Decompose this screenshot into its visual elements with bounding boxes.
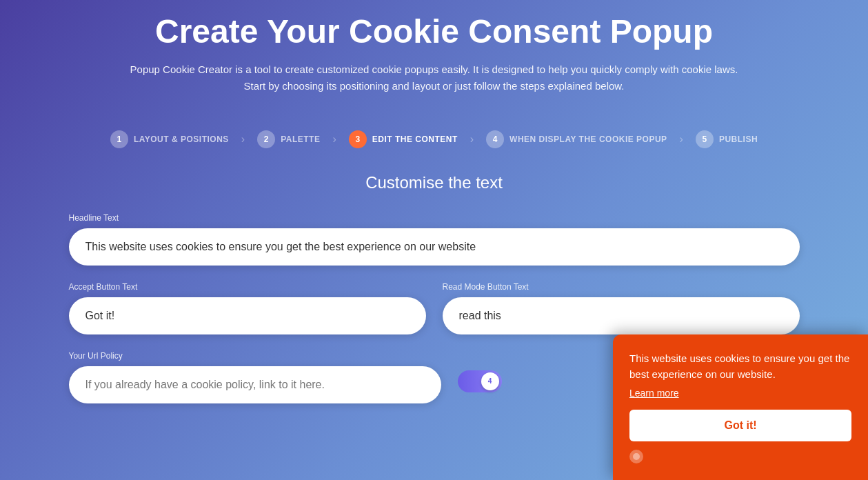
steps-nav: 1 LAYOUT & POSITIONS › 2 PALETTE › 3 EDI… [0, 115, 868, 173]
headline-label: Headline Text [69, 213, 800, 223]
toggle-thumb: 4 [481, 372, 499, 390]
popup-close-icon[interactable] [629, 450, 643, 463]
step-divider-4: › [677, 133, 686, 146]
url-input[interactable] [69, 366, 441, 403]
header-section: Create Your Cookie Consent Popup Popup C… [0, 0, 868, 115]
read-mode-input[interactable] [443, 297, 800, 334]
step-divider-1: › [239, 133, 248, 146]
toggle-wrap: 4 [458, 351, 502, 392]
popup-text: This website uses cookies to ensure you … [629, 351, 851, 382]
accept-label: Accept Button Text [69, 282, 426, 292]
step-2[interactable]: 2 PALETTE [248, 126, 330, 152]
step-5[interactable]: 5 PUBLISH [686, 126, 767, 152]
step-5-number: 5 [696, 130, 714, 148]
popup-got-it-button[interactable]: Got it! [629, 410, 851, 441]
step-3[interactable]: 3 EDIT THE CONTENT [339, 126, 467, 152]
step-1[interactable]: 1 LAYOUT & POSITIONS [101, 126, 239, 152]
popup-learn-more-link[interactable]: Learn more [629, 388, 851, 399]
url-field-wrap: Your Url Policy [69, 351, 441, 403]
svg-point-0 [633, 453, 640, 460]
section-title: Customise the text [0, 173, 868, 192]
step-divider-3: › [467, 133, 476, 146]
headline-input[interactable] [69, 228, 800, 266]
cookie-popup-preview: This website uses cookies to ensure you … [613, 334, 868, 480]
headline-field-wrap: Headline Text [69, 213, 800, 266]
read-mode-label: Read Mode Button Text [443, 282, 800, 292]
url-label: Your Url Policy [69, 351, 441, 361]
page-title: Create Your Cookie Consent Popup [55, 14, 813, 50]
step-1-label: LAYOUT & POSITIONS [134, 134, 229, 144]
step-5-label: PUBLISH [719, 134, 758, 144]
subtitle: Popup Cookie Creator is a tool to create… [55, 61, 813, 94]
toggle-switch[interactable]: 4 [458, 370, 502, 392]
two-col-buttons: Accept Button Text Read Mode Button Text [69, 282, 800, 334]
step-2-number: 2 [257, 130, 275, 148]
step-3-number: 3 [349, 130, 367, 148]
read-mode-field-wrap: Read Mode Button Text [443, 282, 800, 334]
step-4-label: WHEN DISPLAY THE COOKIE POPUP [509, 134, 667, 144]
step-4[interactable]: 4 WHEN DISPLAY THE COOKIE POPUP [476, 126, 677, 152]
step-2-label: PALETTE [281, 134, 320, 144]
step-4-number: 4 [486, 130, 504, 148]
step-1-number: 1 [110, 130, 128, 148]
step-3-label: EDIT THE CONTENT [372, 134, 458, 144]
accept-input[interactable] [69, 297, 426, 334]
accept-field-wrap: Accept Button Text [69, 282, 426, 334]
step-divider-2: › [330, 133, 339, 146]
